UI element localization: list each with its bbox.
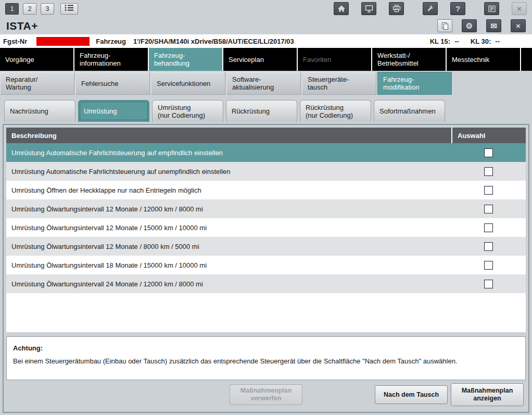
table-row[interactable]: Umrüstung Automatische Fahrlichtsteuerun… bbox=[6, 162, 526, 181]
help-icon[interactable]: ? bbox=[450, 2, 465, 15]
table-row[interactable]: Umrüstung Ölwartungsintervall 18 Monate … bbox=[6, 256, 526, 274]
vehicle-info-bar: Fgst-Nr Fahrzeug 1'/F20/SHA/M140i xDrive… bbox=[0, 34, 532, 48]
subnav-softwareaktualisierung[interactable]: Software- aktualisierung bbox=[226, 72, 301, 95]
home-icon[interactable] bbox=[334, 2, 349, 15]
printer-icon[interactable] bbox=[389, 2, 404, 15]
list-icon bbox=[65, 4, 74, 13]
settings-gear-icon[interactable]: ⚙ bbox=[462, 19, 477, 32]
copy-documents-icon[interactable] bbox=[437, 19, 452, 32]
workflow-tab-3-button[interactable]: 3 bbox=[41, 3, 54, 15]
nav-fahrzeugbehandlung[interactable]: Fahrzeug- behandlung bbox=[149, 48, 223, 71]
tab-rueckruestung-codierung[interactable]: Rückrüstung (nur Codierung) bbox=[300, 100, 371, 122]
column-header-beschreibung: Beschreibung bbox=[6, 128, 451, 143]
subnav-fahrzeugmodifikation[interactable]: Fahrzeug- modifikation bbox=[377, 72, 452, 95]
nav-messtechnik[interactable]: Messtechnik bbox=[447, 48, 521, 71]
table-row[interactable]: Umrüstung Automatische Fahrlichtsteuerun… bbox=[6, 143, 526, 162]
column-header-auswahl: Auswahl bbox=[451, 128, 526, 143]
row-checkbox[interactable] bbox=[484, 280, 493, 288]
workflow-tab-2-button[interactable]: 2 bbox=[23, 3, 36, 15]
mail-icon[interactable]: ✉ bbox=[486, 19, 501, 32]
tab-row: Nachrüstung Umrüstung Umrüstung (nur Cod… bbox=[0, 95, 532, 122]
table-row[interactable]: Umrüstung Ölwartungsintervall 12 Monate … bbox=[6, 218, 526, 237]
subnav-reparatur-wartung[interactable]: Reparatur/ Wartung bbox=[0, 72, 74, 95]
table-row[interactable]: Umrüstung Ölwartungsintervall 12 Monate … bbox=[6, 199, 526, 218]
nav-favoriten: Favoriten bbox=[298, 48, 372, 71]
subnav-servicefunktionen[interactable]: Servicefunktionen bbox=[151, 72, 225, 95]
conversion-table: Beschreibung Auswahl Umrüstung Automatis… bbox=[6, 128, 526, 332]
table-header: Beschreibung Auswahl bbox=[6, 128, 526, 143]
table-row[interactable]: Umrüstung Öffnen der Heckklappe nur nach… bbox=[6, 181, 526, 199]
content-panel: Beschreibung Auswahl Umrüstung Automatis… bbox=[3, 124, 529, 413]
main-nav: Vorgänge Fahrzeug- informationen Fahrzeu… bbox=[0, 48, 532, 71]
subnav-fehlersuche[interactable]: Fehlersuche bbox=[75, 72, 150, 95]
table-row[interactable]: Umrüstung Ölwartungsintervall 12 Monate … bbox=[6, 237, 526, 256]
tab-rueckruestung[interactable]: Rückrüstung bbox=[226, 100, 297, 122]
nav-fahrzeuginformationen[interactable]: Fahrzeug- informationen bbox=[74, 48, 149, 71]
kl15-status: KL 15:-- bbox=[430, 37, 459, 45]
kl30-status: KL 30:-- bbox=[471, 37, 500, 45]
row-checkbox[interactable] bbox=[484, 167, 493, 176]
fahrzeug-value: 1'/F20/SHA/M140i xDrive/B58/AUT/ECE/LL/2… bbox=[133, 37, 294, 45]
tab-sofortmassnahmen[interactable]: Sofortmaßnahmen bbox=[374, 100, 445, 122]
discard-plan-button[interactable]: Maßnahmenplan verwerfen bbox=[230, 384, 302, 405]
workflow-tab-1-button[interactable]: 1 bbox=[5, 3, 19, 15]
show-plan-button[interactable]: Maßnahmenplan anzeigen bbox=[451, 383, 524, 406]
notice-title: Achtung: bbox=[13, 344, 519, 352]
after-swap-button[interactable]: Nach dem Tausch bbox=[375, 385, 448, 404]
nav-werkstatt-betriebsmittel[interactable]: Werkstatt-/ Betriebsmittel bbox=[372, 48, 447, 71]
row-checkbox[interactable] bbox=[484, 261, 493, 270]
row-checkbox[interactable] bbox=[484, 148, 493, 157]
top-toolbar: 1 2 3 ? bbox=[0, 0, 532, 17]
nav-vorgaenge[interactable]: Vorgänge bbox=[0, 48, 74, 71]
tab-nachruestung[interactable]: Nachrüstung bbox=[4, 100, 75, 122]
row-checkbox[interactable] bbox=[484, 242, 493, 251]
row-checkbox[interactable] bbox=[484, 223, 493, 232]
row-checkbox[interactable] bbox=[484, 186, 493, 195]
row-checkbox[interactable] bbox=[484, 205, 493, 213]
fahrzeug-label: Fahrzeug bbox=[96, 37, 126, 45]
workflow-list-button[interactable] bbox=[60, 3, 78, 15]
app-title: ISTA+ bbox=[6, 20, 38, 32]
close-session-icon[interactable]: × bbox=[511, 19, 526, 32]
vin-redacted bbox=[36, 37, 90, 46]
fgst-label: Fgst-Nr bbox=[3, 37, 27, 45]
subnav-steuergeraetetausch[interactable]: Steuergeräte- tausch bbox=[302, 72, 376, 95]
tab-umruestung[interactable]: Umrüstung bbox=[78, 100, 149, 122]
close-icon[interactable]: × bbox=[512, 2, 527, 15]
news-icon[interactable] bbox=[484, 2, 499, 15]
nav-serviceplan[interactable]: Serviceplan bbox=[223, 48, 298, 71]
tab-umruestung-codierung[interactable]: Umrüstung (nur Codierung) bbox=[152, 100, 223, 122]
table-row[interactable]: Umrüstung Ölwartungsintervall 24 Monate … bbox=[6, 274, 526, 293]
sub-nav: Reparatur/ Wartung Fehlersuche Servicefu… bbox=[0, 72, 532, 95]
remote-session-icon[interactable] bbox=[361, 2, 376, 15]
notice-text: Bei einem Steuergerätumbau (Einbau oder … bbox=[13, 357, 519, 365]
attention-notice: Achtung: Bei einem Steuergerätumbau (Ein… bbox=[6, 336, 526, 380]
action-bar: Maßnahmenplan verwerfen Nach dem Tausch … bbox=[6, 380, 526, 409]
wrench-icon[interactable] bbox=[423, 2, 438, 15]
title-bar: ISTA+ ⚙ ✉ × bbox=[0, 17, 532, 34]
